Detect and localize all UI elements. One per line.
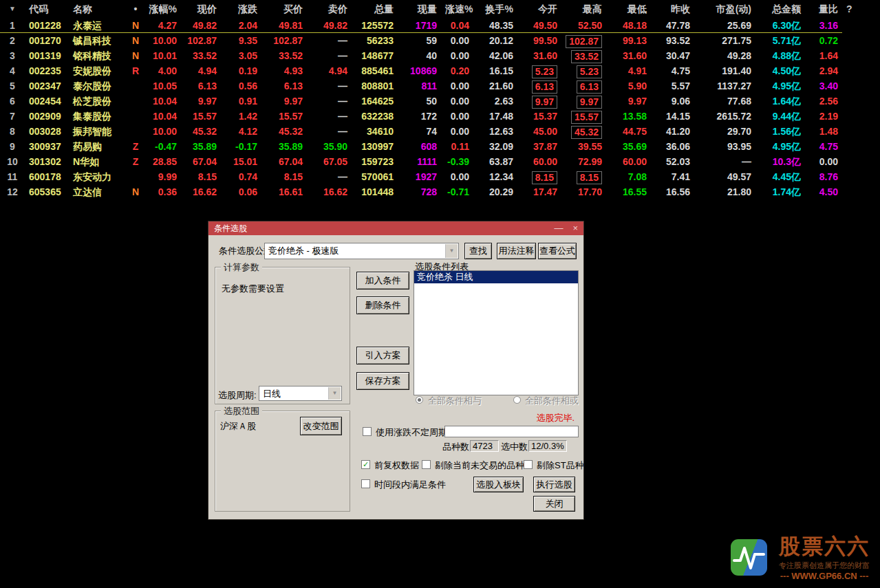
- cell-high: 9.97: [561, 94, 606, 109]
- view-formula-button[interactable]: 查看公式: [538, 243, 577, 259]
- no-params-text: 无参数需要设置: [222, 283, 284, 295]
- chevron-down-icon[interactable]: ▼: [328, 387, 341, 400]
- cell-speed: -0.71: [441, 184, 473, 199]
- cell-speed: 0.00: [441, 78, 473, 94]
- radio-or-label: 全部条件相或: [525, 395, 579, 407]
- cell-low: 4.91: [606, 63, 651, 78]
- cell-code: 001228: [25, 18, 69, 33]
- variable-period-input[interactable]: [444, 426, 579, 437]
- cell-rownum: 10: [0, 154, 25, 169]
- col-header-turn[interactable]: 换手%: [473, 0, 517, 18]
- cell-price: 45.32: [181, 124, 221, 139]
- cell-cur: 50: [398, 94, 441, 109]
- usage-notes-button[interactable]: 用法注释: [497, 243, 536, 259]
- col-header-code[interactable]: 代码: [25, 0, 69, 18]
- minimize-icon[interactable]: —: [554, 221, 563, 235]
- cell-prev: 7.41: [651, 169, 694, 184]
- cell-amt: 4.45亿: [755, 169, 805, 184]
- formula-combobox[interactable]: 竞价绝杀 - 极速版 ▼: [264, 243, 459, 259]
- checkbox-time-range[interactable]: [361, 479, 370, 488]
- dialog-titlebar[interactable]: 条件选股 — ×: [208, 221, 583, 235]
- col-header-speed[interactable]: 涨速%: [441, 0, 473, 18]
- cell-amt: 1.64亿: [755, 94, 805, 109]
- col-header-cur[interactable]: 现量: [398, 0, 441, 18]
- delete-condition-button[interactable]: 删除条件: [356, 296, 409, 314]
- period-combobox[interactable]: 日线 ▼: [259, 386, 342, 401]
- condition-list-item[interactable]: 竞价绝杀 日线: [414, 271, 578, 283]
- cell-code: 001270: [25, 33, 69, 48]
- cell-price: 49.82: [181, 18, 221, 33]
- table-row[interactable]: 9300937药易购Z-0.4735.89-0.1735.8935.901309…: [0, 139, 880, 154]
- cell-name: 东安动力: [69, 169, 127, 184]
- cell-open: 45.00: [517, 124, 561, 139]
- table-row[interactable]: 1001228永泰运N4.2749.822.0449.8149.82125572…: [0, 18, 880, 33]
- table-row[interactable]: 8003028振邦智能10.0045.324.1245.32—34610740.…: [0, 124, 880, 139]
- checkbox-exclude-untraded[interactable]: [422, 460, 431, 469]
- col-header-open[interactable]: 今开: [517, 0, 561, 18]
- checkbox-variable-period[interactable]: [363, 427, 372, 436]
- table-row[interactable]: 7002909集泰股份10.0415.571.4215.57—632238172…: [0, 109, 880, 124]
- col-header-high[interactable]: 最高: [561, 0, 606, 18]
- col-header-vol[interactable]: 总量: [352, 0, 398, 18]
- cell-open: 37.87: [517, 139, 561, 154]
- find-button[interactable]: 查找: [464, 243, 492, 259]
- table-row[interactable]: 6002454松芝股份10.049.970.919.97—164625500.0…: [0, 94, 880, 109]
- radio-all-conditions-or[interactable]: [513, 396, 521, 404]
- table-row[interactable]: 12605365立达信N0.3616.620.0616.6116.6210144…: [0, 184, 880, 199]
- logo-subtitle: 专注股票创造属于您的财富: [772, 560, 877, 571]
- cell-help: [842, 169, 863, 184]
- table-row[interactable]: 4002235安妮股份R4.004.940.194.934.9488546110…: [0, 63, 880, 78]
- close-button[interactable]: 关闭: [533, 496, 575, 512]
- table-row[interactable]: 5002347泰尔股份10.056.130.566.13—8088018110.…: [0, 78, 880, 94]
- condition-listbox[interactable]: 竞价绝杀 日线: [414, 270, 579, 395]
- table-row[interactable]: 2001270铖昌科技N10.00102.879.35102.87—562335…: [0, 33, 880, 48]
- col-header-ratio[interactable]: 量比: [805, 0, 842, 18]
- col-header-help[interactable]: ?: [842, 0, 863, 18]
- cell-chg: 3.05: [221, 48, 261, 63]
- cell-high: 52.50: [561, 18, 606, 33]
- col-header-ask[interactable]: 卖价: [307, 0, 352, 18]
- pick-into-block-button[interactable]: 选股入板块: [473, 477, 524, 492]
- cell-open: 15.37: [517, 109, 561, 124]
- col-header-amt[interactable]: 总金额: [755, 0, 805, 18]
- col-header-name[interactable]: 名称: [69, 0, 127, 18]
- col-header-low[interactable]: 最低: [606, 0, 651, 18]
- chevron-down-icon[interactable]: ▼: [445, 244, 458, 258]
- col-header-bid[interactable]: 买价: [261, 0, 307, 18]
- col-header-chg[interactable]: 涨跌: [221, 0, 261, 18]
- execute-pick-button[interactable]: 执行选股: [533, 477, 575, 492]
- col-header-prev[interactable]: 昨收: [651, 0, 694, 18]
- cell-bid: 102.87: [261, 33, 307, 48]
- table-row[interactable]: 3001319铭科精技N10.0133.523.0533.52—14867740…: [0, 48, 880, 63]
- col-header-pe[interactable]: 市盈(动): [694, 0, 755, 18]
- import-plan-button[interactable]: 引入方案: [356, 347, 409, 364]
- cell-ask: —: [307, 169, 352, 184]
- cell-high: 5.23: [561, 63, 606, 78]
- cell-open: 9.97: [517, 94, 561, 109]
- sort-icon[interactable]: ▼: [0, 0, 25, 18]
- cell-pe: 49.28: [694, 48, 755, 63]
- cell-pct: 4.00: [144, 63, 181, 78]
- radio-all-conditions-and[interactable]: [416, 396, 423, 404]
- cell-amt: 4.95亿: [755, 139, 805, 154]
- save-plan-button[interactable]: 保存方案: [356, 372, 409, 390]
- cell-speed: 0.20: [441, 63, 473, 78]
- table-row[interactable]: 10301302N华如Z28.8567.0415.0167.0467.05159…: [0, 154, 880, 169]
- change-range-button[interactable]: 改变范围: [300, 417, 342, 435]
- cell-vol: 570061: [352, 169, 398, 184]
- status-text: 选股完毕.: [536, 412, 575, 424]
- cell-cur: 74: [398, 124, 441, 139]
- table-row[interactable]: 11600178东安动力9.998.150.748.15—57006119270…: [0, 169, 880, 184]
- cell-prev: 47.78: [651, 18, 694, 33]
- cell-amt: 10.3亿: [755, 154, 805, 169]
- add-condition-button[interactable]: 加入条件: [356, 272, 409, 290]
- cell-pe: 29.70: [694, 124, 755, 139]
- close-icon[interactable]: ×: [572, 221, 578, 235]
- col-header-price[interactable]: 现价: [181, 0, 221, 18]
- cell-high: 102.87: [561, 33, 606, 48]
- checkbox-exclude-st[interactable]: [524, 460, 533, 469]
- col-header-pct[interactable]: 涨幅%: [144, 0, 181, 18]
- checkbox-forward-adjusted[interactable]: ✓: [361, 460, 370, 469]
- col-header-marker[interactable]: •: [127, 0, 144, 18]
- cell-turn: 20.12: [473, 33, 517, 48]
